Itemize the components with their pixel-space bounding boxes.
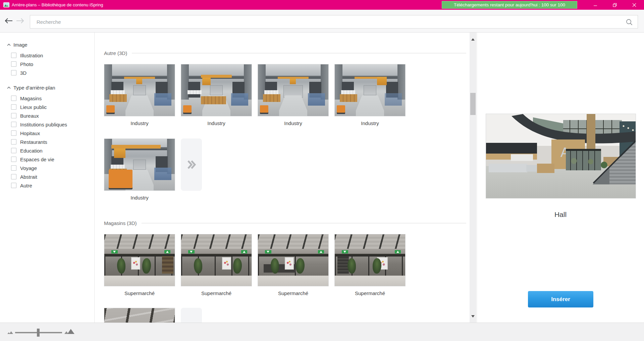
thumbnail-label: Industry	[258, 120, 329, 126]
filter-hopitaux[interactable]: Hopitaux	[0, 129, 94, 137]
filter-group-background-type: Type d'arrière-plan Magasins Lieux publi…	[0, 84, 94, 190]
restore-button[interactable]	[605, 0, 625, 10]
app-icon	[3, 2, 9, 7]
checkbox[interactable]	[11, 157, 16, 162]
zoom-in-icon[interactable]	[64, 328, 74, 334]
insert-button[interactable]: Insérer	[528, 291, 593, 307]
thumbnail-image-industry[interactable]	[181, 64, 252, 116]
checkbox[interactable]	[11, 61, 16, 67]
thumbnail-label: Industry	[334, 120, 406, 126]
filter-photo[interactable]: Photo	[0, 60, 94, 68]
zoom-out-icon[interactable]	[7, 331, 13, 334]
filter-3d[interactable]: 3D	[0, 68, 94, 77]
scroll-down-icon[interactable]	[471, 315, 475, 319]
search-icon[interactable]	[626, 18, 633, 26]
thumbnail-row-partial	[104, 308, 202, 323]
section-header-autre-3d: Autre (3D)	[104, 50, 466, 56]
back-button[interactable]	[5, 18, 13, 24]
section-divider	[142, 223, 466, 223]
thumbnail-image-supermarket[interactable]	[104, 234, 175, 286]
filter-label: Magasins	[20, 96, 42, 101]
library-item: Industry	[258, 64, 329, 126]
preview-panel: A Hall Insérer	[477, 33, 644, 323]
vertical-scrollbar[interactable]	[470, 33, 476, 323]
filter-voyage[interactable]: Voyage	[0, 164, 94, 172]
filter-magasins[interactable]: Magasins	[0, 94, 94, 103]
filter-label: Abstrait	[20, 174, 37, 180]
library-item: Industry	[181, 64, 252, 126]
filter-abstrait[interactable]: Abstrait	[0, 172, 94, 181]
checkbox[interactable]	[11, 96, 16, 101]
show-more-button[interactable]	[181, 308, 202, 323]
thumbnail-image-supermarket[interactable]	[181, 234, 252, 286]
thumbnail-image-industry[interactable]	[104, 138, 175, 191]
close-icon	[632, 3, 636, 7]
thumbnail-image-supermarket[interactable]	[258, 234, 329, 286]
preview-image-hall: A	[486, 114, 636, 198]
checkbox[interactable]	[11, 113, 16, 118]
checkbox[interactable]	[11, 130, 16, 136]
thumbnail-row: Industry	[104, 138, 202, 201]
checkbox[interactable]	[11, 148, 16, 153]
library-item	[104, 308, 175, 323]
ispring-content-library-window: Arrière-plans – Bibliothèque de contenu …	[0, 0, 644, 341]
library-item: Industry	[334, 64, 406, 126]
thumbnail-label: Supermarché	[334, 290, 406, 296]
filter-label: Voyage	[20, 165, 37, 171]
thumbnail-image-industry[interactable]	[334, 64, 406, 116]
library-item: Industry	[104, 64, 175, 126]
filter-education[interactable]: Education	[0, 146, 94, 155]
checkbox[interactable]	[11, 183, 16, 188]
checkbox[interactable]	[11, 53, 16, 58]
thumbnail-image-supermarket[interactable]	[104, 308, 175, 323]
filter-institutions-publiques[interactable]: Institutions publiques	[0, 120, 94, 129]
checkbox[interactable]	[11, 70, 16, 75]
show-more-button[interactable]	[181, 138, 202, 191]
double-chevron-right-icon	[186, 160, 197, 170]
checkbox[interactable]	[11, 174, 16, 179]
thumbnail-image-supermarket[interactable]	[334, 234, 406, 286]
thumbnail-image-industry[interactable]	[258, 64, 329, 116]
close-button[interactable]	[625, 0, 644, 10]
filter-sidebar: Image Illustration Photo 3D Type d'arriè…	[0, 33, 95, 323]
filter-espaces-de-vie[interactable]: Espaces de vie	[0, 155, 94, 164]
filter-restaurants[interactable]: Restaurants	[0, 137, 94, 146]
library-item: Supermarché	[334, 234, 406, 296]
minimize-icon	[593, 3, 597, 7]
filter-illustration[interactable]: Illustration	[0, 51, 94, 60]
scroll-up-icon[interactable]	[471, 37, 475, 41]
filter-group-image: Image Illustration Photo 3D	[0, 41, 94, 77]
filter-label: Institutions publiques	[20, 122, 67, 127]
forward-button[interactable]	[16, 18, 24, 24]
chevron-up-icon	[7, 44, 11, 46]
library-item: Supermarché	[104, 234, 175, 296]
search-input[interactable]	[30, 15, 638, 28]
checkbox[interactable]	[11, 104, 16, 110]
thumbnail-label: Industry	[104, 195, 175, 201]
zoom-slider-handle[interactable]	[37, 329, 40, 337]
section-divider	[132, 53, 466, 53]
chevron-up-icon	[7, 87, 11, 89]
window-title: Arrière-plans – Bibliothèque de contenu …	[12, 0, 103, 10]
filter-label: Autre	[20, 183, 32, 188]
library-item: Industry	[104, 138, 175, 201]
thumbnail-image-industry[interactable]	[104, 64, 175, 116]
section-header-magasins-3d: Magasins (3D)	[104, 220, 466, 226]
checkbox[interactable]	[11, 139, 16, 145]
filter-label: Lieux public	[20, 104, 47, 110]
thumbnail-label: Supermarché	[104, 290, 175, 296]
library-item: Supermarché	[258, 234, 329, 296]
checkbox[interactable]	[11, 122, 16, 127]
statusbar	[0, 323, 644, 341]
group-header-image[interactable]: Image	[0, 41, 94, 48]
group-header-background-type[interactable]: Type d'arrière-plan	[0, 84, 94, 91]
filter-lieux-public[interactable]: Lieux public	[0, 103, 94, 111]
thumbnail-label: Industry	[181, 120, 252, 126]
group-label: Image	[13, 42, 28, 48]
scrollbar-thumb[interactable]	[470, 93, 476, 115]
filter-bureaux[interactable]: Bureaux	[0, 111, 94, 120]
minimize-button[interactable]	[586, 0, 605, 10]
thumbnail-label: Industry	[104, 120, 175, 126]
checkbox[interactable]	[11, 165, 16, 171]
filter-autre[interactable]: Autre	[0, 181, 94, 190]
